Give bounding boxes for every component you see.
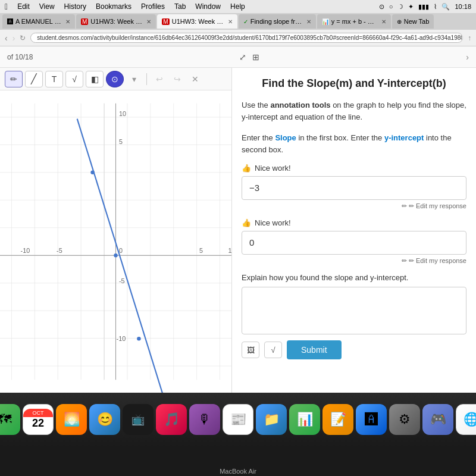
svg-text:10: 10	[119, 110, 126, 117]
menu-profiles[interactable]: Profiles	[141, 2, 165, 11]
dock-maps[interactable]: 🗺	[0, 404, 20, 435]
tab-6[interactable]: ⊕ New Tab	[392, 14, 434, 29]
formula-tool[interactable]: √	[65, 71, 83, 87]
sqrt-tool-btn[interactable]: √	[264, 342, 282, 358]
image-tool-btn[interactable]: 🖼	[242, 342, 259, 358]
tab-1-close[interactable]: ✕	[65, 18, 70, 25]
apple-menu[interactable]: 	[5, 2, 8, 11]
dock-photos[interactable]: 🌅	[56, 404, 87, 435]
calculator-icon[interactable]: ⊞	[252, 52, 259, 62]
svg-text:5: 5	[199, 247, 203, 254]
menu-edit[interactable]: Edit	[17, 2, 30, 11]
graph-panel: ✏ ╱ T √ ◧ ⊙ ▾ ↩ ↪ ✕	[0, 68, 232, 393]
wifi-icon[interactable]: ⌇	[434, 3, 437, 11]
svg-point-32	[114, 253, 117, 257]
expand-icon[interactable]: ⤢	[239, 52, 246, 62]
nice-work-2: 👍 Nice work!	[242, 218, 466, 227]
focus-icon[interactable]: ○	[389, 3, 393, 10]
dock-discord[interactable]: 🎮	[422, 404, 453, 435]
tab-2-favicon: M	[81, 18, 88, 25]
edit-response-2[interactable]: ✏ ✏ Edit my response	[242, 257, 466, 265]
edit-response-1[interactable]: ✏ ✏ Edit my response	[242, 202, 466, 210]
dock-podcasts[interactable]: 🎙	[189, 404, 220, 435]
undo-button[interactable]: ↩	[152, 71, 167, 87]
pencil-tool[interactable]: ✏	[5, 71, 23, 87]
control-center-icon[interactable]: ⊙	[379, 3, 384, 11]
clear-button[interactable]: ✕	[187, 71, 203, 87]
svg-text:-5: -5	[57, 247, 62, 254]
search-icon[interactable]: 🔍	[441, 3, 450, 11]
eraser-tool[interactable]: ◧	[86, 71, 104, 87]
back-button[interactable]: ‹	[5, 33, 8, 43]
collapse-panel-button[interactable]: ›	[466, 52, 469, 62]
tab-4[interactable]: ✓ Finding slope from grap... ✕	[239, 14, 316, 29]
share-button[interactable]: ↑	[468, 34, 471, 42]
menu-tab[interactable]: Tab	[174, 2, 186, 11]
tab-5-label: y = mx + b - What is Me...	[331, 18, 379, 25]
dock-appstore[interactable]: 🅰	[356, 404, 387, 435]
reload-button[interactable]: ↻	[20, 34, 26, 42]
tab-6-label: New Tab	[404, 18, 430, 25]
url-bar[interactable]: student.desmos.com/activitybuilder/insta…	[30, 33, 463, 43]
svg-text:-10: -10	[117, 335, 126, 342]
redo-button[interactable]: ↪	[170, 71, 185, 87]
menu-bookmarks[interactable]: Bookmarks	[96, 2, 131, 11]
yint-highlight: y-intercept	[384, 133, 424, 142]
battery-icon[interactable]: ▮▮▮	[418, 3, 429, 11]
dock-settings[interactable]: ⚙	[389, 404, 420, 435]
addressbar: ‹ › ↻ student.desmos.com/activitybuilder…	[0, 30, 476, 46]
menu-history[interactable]: History	[64, 2, 86, 11]
dock-files[interactable]: 📁	[256, 404, 287, 435]
thumbs-up-icon-1: 👍	[242, 164, 251, 173]
annotation-tools-bold: annotation tools	[270, 101, 330, 109]
slope-answer-box: −3	[242, 176, 466, 200]
right-panel: Find the Slope(m) and Y-intercept(b) Use…	[232, 68, 476, 393]
dock-news[interactable]: 📰	[223, 404, 253, 435]
dropdown-arrow[interactable]: ▾	[126, 71, 142, 87]
tab-4-label: Finding slope from grap...	[250, 18, 304, 25]
system-icons: ⊙ ○ ☽ ✦ ▮▮▮ ⌇ 🔍 10:18	[379, 3, 471, 11]
explain-textarea[interactable]	[242, 287, 466, 334]
dock-chrome[interactable]: 🌐	[456, 404, 476, 435]
tab-2[interactable]: M U1HW3: Week of 10/18 ✕	[76, 14, 156, 29]
graph-svg: 10 5 -5 -10 10 5 0 -5 -10	[0, 90, 231, 393]
tab-3[interactable]: M U1HW3: Week of 10/18 ✕	[157, 14, 237, 29]
tab-3-close[interactable]: ✕	[228, 18, 233, 25]
edit-response-label-1[interactable]: ✏ Edit my response	[409, 202, 466, 209]
tab-5-favicon: 📊	[322, 18, 329, 25]
svg-text:-10: -10	[21, 247, 30, 254]
bluetooth-icon[interactable]: ✦	[408, 3, 414, 11]
dock: ✉ 🗺 OCT 22 🌅 😊 📺 🎵 🎙 📰 📁 📊 📝 🅰 ⚙ 🎮	[0, 393, 476, 446]
text-tool[interactable]: T	[45, 71, 63, 87]
activity-title: Find the Slope(m) and Y-intercept(b)	[242, 77, 466, 90]
menu-window[interactable]: Window	[195, 2, 221, 11]
tab-1[interactable]: 🅰 A EMANUEL add... ✕	[2, 14, 75, 29]
edit-response-label-2[interactable]: ✏ Edit my response	[409, 257, 466, 264]
night-mode-icon[interactable]: ☽	[397, 3, 403, 11]
graph-canvas[interactable]: 10 5 -5 -10 10 5 0 -5 -10	[0, 90, 231, 393]
tab-4-close[interactable]: ✕	[306, 18, 311, 25]
tab-5[interactable]: 📊 y = mx + b - What is Me... ✕	[317, 14, 391, 29]
instructions-text: Use the annotation tools on the graph to…	[242, 99, 466, 123]
submit-button[interactable]: Submit	[287, 340, 342, 359]
svg-text:5: 5	[119, 138, 123, 145]
page-header-icons: ⤢ ⊞	[239, 52, 259, 62]
dock-music[interactable]: 🎵	[156, 404, 187, 435]
main-layout: ✏ ╱ T √ ◧ ⊙ ▾ ↩ ↪ ✕	[0, 68, 476, 393]
dock-calendar[interactable]: OCT 22	[23, 404, 54, 435]
yintercept-answer-box: 0	[242, 231, 466, 255]
forward-button[interactable]: ›	[12, 33, 15, 43]
svg-text:10: 10	[228, 247, 231, 254]
menu-view[interactable]: View	[39, 2, 55, 11]
dock-appletv[interactable]: 📺	[123, 404, 154, 435]
line-tool[interactable]: ╱	[25, 71, 43, 87]
tab-2-close[interactable]: ✕	[146, 18, 151, 25]
dock-numbers[interactable]: 📊	[289, 404, 320, 435]
dock-finder[interactable]: 😊	[89, 404, 120, 435]
tab-5-close[interactable]: ✕	[381, 18, 386, 25]
move-tool[interactable]: ⊙	[106, 71, 124, 87]
dock-notes[interactable]: 📝	[322, 404, 353, 435]
tab-3-favicon: M	[162, 18, 169, 25]
menu-help[interactable]: Help	[230, 2, 245, 11]
textarea-toolbar: 🖼 √ Submit	[242, 340, 466, 359]
